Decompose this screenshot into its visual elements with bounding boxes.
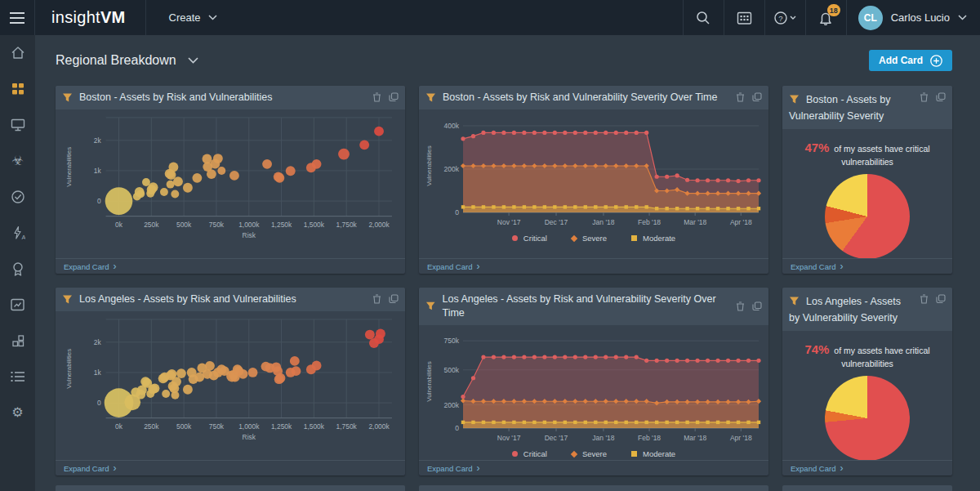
delete-card-icon[interactable]: [372, 92, 381, 102]
sidebar-item-console[interactable]: [0, 323, 35, 359]
legend-item-critical[interactable]: Critical: [512, 234, 547, 243]
expand-card-link[interactable]: Expand Card›: [64, 262, 116, 271]
pie-chart[interactable]: [825, 376, 910, 460]
legend-item-moderate[interactable]: Moderate: [631, 234, 675, 243]
sidebar-item-goals[interactable]: [0, 251, 35, 287]
notifications-bell-icon[interactable]: 18: [805, 0, 846, 35]
create-menu[interactable]: Create: [145, 0, 240, 35]
svg-text:Dec '17: Dec '17: [545, 218, 568, 226]
filter-funnel-icon[interactable]: [62, 92, 73, 103]
gridlines: [106, 118, 392, 216]
svg-text:2k: 2k: [94, 136, 102, 145]
chevron-right-icon: ›: [113, 463, 116, 473]
svg-text:750k: 750k: [209, 220, 225, 228]
svg-text:Vulnerabilities: Vulnerabilities: [425, 145, 433, 186]
filter-funnel-icon[interactable]: [425, 301, 436, 311]
biohazard-icon: ☣: [11, 154, 23, 167]
scatter-chart: 0k250k500k750k1,000k1,250k1,500k1,750k2,…: [59, 313, 402, 460]
duplicate-card-icon[interactable]: [752, 301, 762, 311]
pie-stat-text: 47% of my assets have critical vulnerabi…: [789, 139, 946, 168]
card-header: Boston - Assets by Vulnerability Severit…: [782, 86, 952, 129]
expand-card-link[interactable]: Expand Card›: [791, 262, 843, 271]
circle-marker-icon: [512, 451, 518, 457]
card-footer: Expand Card›: [56, 460, 405, 475]
filter-funnel-icon[interactable]: [789, 296, 800, 306]
avatar: CL: [858, 6, 883, 30]
filter-funnel-icon[interactable]: [789, 94, 800, 105]
delete-card-icon[interactable]: [372, 294, 381, 304]
expand-card-link[interactable]: Expand Card›: [427, 262, 479, 271]
add-card-button[interactable]: Add Card: [869, 50, 952, 71]
time-chart-area: 0200k500k750kNov '17Dec '17Jan '18Feb '1…: [419, 325, 768, 460]
pie-stat-text: 74% of my assets have critical vulnerabi…: [789, 341, 946, 370]
sidebar-item-reports[interactable]: [0, 287, 35, 323]
delete-card-icon[interactable]: [920, 92, 929, 102]
pie-chart[interactable]: [825, 174, 910, 258]
delete-card-icon[interactable]: [736, 92, 745, 102]
navbar-right: ? 18 CL Carlos Lucio: [683, 0, 980, 35]
svg-text:0k: 0k: [115, 422, 123, 430]
chevron-down-icon: [958, 15, 967, 20]
left-sidebar: ☣ A ⚙: [0, 35, 35, 491]
card-partial: [56, 485, 405, 491]
square-marker-icon: [631, 235, 637, 241]
legend-item-severe[interactable]: Severe: [572, 449, 607, 458]
card-boston-pie: Boston - Assets by Vulnerability Severit…: [782, 86, 952, 274]
card-header: Boston - Assets by Risk and Vulnerabilit…: [419, 86, 768, 109]
legend-item-severe[interactable]: Severe: [572, 234, 607, 243]
calendar-icon[interactable]: [724, 0, 764, 35]
sidebar-item-settings[interactable]: ⚙: [0, 395, 35, 431]
user-menu[interactable]: CL Carlos Lucio: [846, 0, 980, 35]
svg-text:Nov '17: Nov '17: [497, 218, 521, 226]
svg-text:Apr '18: Apr '18: [730, 218, 752, 226]
sidebar-item-automated-actions[interactable]: A: [0, 215, 35, 251]
sidebar-item-home[interactable]: [0, 35, 35, 71]
expand-card-link[interactable]: Expand Card›: [427, 464, 479, 473]
time-series-chart: 0200k400kNov '17Dec '17Jan '18Feb '18Mar…: [422, 111, 765, 230]
svg-text:Vulnerabilities: Vulnerabilities: [65, 147, 73, 187]
legend-item-critical[interactable]: Critical: [512, 449, 547, 458]
chevron-right-icon: ›: [840, 463, 843, 473]
svg-text:Feb '18: Feb '18: [638, 434, 661, 442]
scatter-chart: 0k250k500k750k1,000k1,250k1,500k1,750k2,…: [59, 111, 402, 258]
duplicate-card-icon[interactable]: [936, 294, 946, 304]
home-icon: [10, 45, 26, 61]
expand-card-link[interactable]: Expand Card›: [64, 464, 116, 473]
sidebar-item-assets[interactable]: [0, 107, 35, 143]
diamond-marker-icon: [571, 235, 577, 242]
sidebar-item-dashboards[interactable]: [0, 71, 35, 107]
hamburger-menu-icon[interactable]: [0, 0, 35, 35]
duplicate-card-icon[interactable]: [752, 92, 762, 102]
sidebar-item-policies[interactable]: [0, 179, 35, 215]
svg-text:1,000k: 1,000k: [238, 422, 260, 430]
lightning-a-icon: A: [11, 225, 25, 240]
sidebar-item-vulnerabilities[interactable]: ☣: [0, 143, 35, 179]
duplicate-card-icon[interactable]: [389, 92, 399, 102]
filter-funnel-icon[interactable]: [425, 92, 436, 103]
sidebar-item-management[interactable]: [0, 359, 35, 395]
svg-text:Mar '18: Mar '18: [684, 218, 706, 226]
delete-card-icon[interactable]: [920, 294, 929, 304]
help-menu[interactable]: ?: [764, 0, 805, 35]
filter-funnel-icon[interactable]: [62, 294, 73, 305]
svg-text:250k: 250k: [144, 220, 159, 228]
card-header: Boston - Assets by Risk and Vulnerabilit…: [56, 86, 405, 109]
expand-card-link[interactable]: Expand Card›: [791, 464, 843, 473]
circle-marker-icon: [512, 235, 518, 241]
legend-label: Severe: [582, 449, 607, 458]
dashboard-title-dropdown[interactable]: Regional Breakdown: [56, 53, 198, 68]
square-marker-icon: [631, 451, 637, 457]
stat-percentage: 47%: [804, 141, 829, 154]
svg-text:400k: 400k: [444, 122, 460, 130]
scatter-chart-area: 0k250k500k750k1,000k1,250k1,500k1,750k2,…: [56, 109, 405, 258]
card-header: Los Angeles - Assets by Risk and Vulnera…: [56, 288, 405, 311]
duplicate-card-icon[interactable]: [936, 92, 946, 102]
svg-text:1k: 1k: [94, 368, 102, 377]
legend-item-moderate[interactable]: Moderate: [631, 449, 675, 458]
card-title: Los Angeles - Assets by Risk and Vulnera…: [79, 292, 296, 306]
duplicate-card-icon[interactable]: [389, 294, 399, 304]
svg-text:1,500k: 1,500k: [304, 220, 325, 228]
search-icon[interactable]: [683, 0, 724, 35]
award-ribbon-icon: [11, 261, 25, 277]
delete-card-icon[interactable]: [736, 301, 745, 311]
